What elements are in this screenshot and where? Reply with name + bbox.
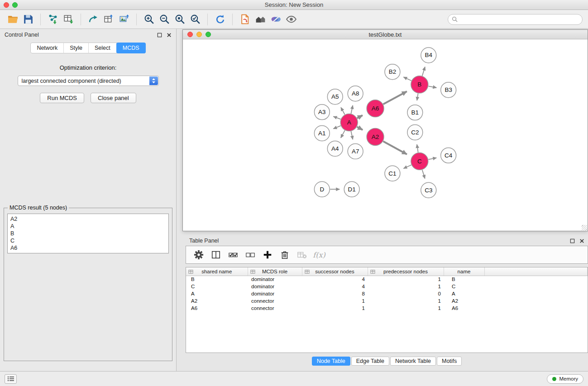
tab-network[interactable]: Network: [31, 43, 64, 53]
import-network-button[interactable]: [46, 12, 60, 27]
close-panel-icon[interactable]: [167, 33, 172, 38]
graph-edge-B-B1[interactable]: [417, 93, 418, 100]
close-panel-icon[interactable]: [579, 238, 584, 243]
graph-edge-C-C1[interactable]: [404, 165, 411, 169]
column-header-predecessor-nodes[interactable]: predecessor nodes: [368, 267, 444, 276]
graph-edge-A-A8[interactable]: [351, 105, 353, 114]
table-row[interactable]: Cdominator41C: [186, 283, 588, 290]
graph-node-C2[interactable]: C2: [407, 125, 423, 140]
window-resize-grip[interactable]: [582, 225, 587, 230]
graph-node-B3[interactable]: B3: [441, 82, 456, 98]
refresh-layout-button[interactable]: [213, 12, 227, 27]
graph-node-C1[interactable]: C1: [385, 166, 400, 181]
graph-node-A[interactable]: A: [340, 114, 358, 131]
graph-node-A7[interactable]: A7: [348, 143, 363, 159]
graph-node-B[interactable]: B: [411, 76, 428, 93]
add-row-button[interactable]: [260, 248, 275, 262]
graph-node-D1[interactable]: D1: [344, 181, 359, 197]
graph-node-B2[interactable]: B2: [385, 64, 400, 80]
graph-edge-B-B4[interactable]: [422, 67, 425, 76]
graph-node-A4[interactable]: A4: [327, 141, 343, 156]
graph-node-C[interactable]: C: [411, 152, 428, 170]
close-panel-button[interactable]: Close panel: [91, 93, 136, 103]
table-settings-button[interactable]: [191, 248, 206, 262]
graph-edge-A-A3[interactable]: [333, 116, 340, 119]
graph-node-C4[interactable]: C4: [441, 148, 456, 163]
delete-row-button[interactable]: [277, 248, 292, 262]
export-network-button[interactable]: [86, 12, 100, 27]
zoom-fit-button[interactable]: [172, 12, 187, 27]
graph-node-B4[interactable]: B4: [421, 48, 436, 63]
graph-node-A5[interactable]: A5: [327, 89, 343, 105]
float-panel-icon[interactable]: [157, 33, 162, 38]
show-panels-button[interactable]: [5, 374, 17, 384]
graph-node-A3[interactable]: A3: [314, 105, 330, 120]
zoom-out-button[interactable]: [157, 12, 172, 27]
graph-node-D[interactable]: D: [314, 181, 330, 197]
table-row[interactable]: Bdominator41B: [186, 276, 588, 283]
search-input[interactable]: [460, 16, 578, 23]
save-session-button[interactable]: [21, 12, 35, 27]
graph-edge-A2-C[interactable]: [383, 141, 407, 154]
graph-edge-A-A6[interactable]: [357, 115, 363, 118]
result-item[interactable]: A6: [10, 244, 166, 252]
table-row[interactable]: Adominator80A: [186, 290, 588, 297]
result-item[interactable]: C: [10, 237, 166, 244]
tab-motifs[interactable]: Motifs: [437, 357, 462, 366]
graphics-details-button[interactable]: [268, 12, 283, 27]
float-panel-icon[interactable]: [570, 238, 575, 243]
graph-node-A8[interactable]: A8: [348, 86, 363, 101]
open-session-file-button[interactable]: [238, 12, 252, 27]
export-table-button[interactable]: [101, 12, 116, 27]
graph-edge-A-A2[interactable]: [357, 127, 363, 130]
tab-style[interactable]: Style: [64, 43, 89, 53]
result-item[interactable]: A2: [10, 215, 166, 223]
deselect-all-button[interactable]: [243, 248, 258, 262]
show-hide-graphics-button[interactable]: [284, 12, 298, 27]
network-minimize-button[interactable]: [196, 32, 202, 37]
graph-edge-A6-B[interactable]: [383, 91, 407, 104]
zoom-window-button[interactable]: [12, 2, 18, 8]
export-image-button[interactable]: [117, 12, 131, 27]
memory-button[interactable]: Memory: [547, 374, 583, 384]
graph-node-A2[interactable]: A2: [367, 129, 384, 146]
tab-select[interactable]: Select: [89, 43, 117, 53]
toggle-columns-button[interactable]: [209, 248, 223, 262]
tab-network-table[interactable]: Network Table: [390, 357, 436, 366]
graph-node-C3[interactable]: C3: [421, 182, 436, 198]
mcds-result-list[interactable]: A2 A B C A6: [7, 214, 169, 253]
graph-edge-B-B3[interactable]: [428, 86, 436, 87]
cybrowser-home-button[interactable]: [253, 12, 268, 27]
graph-node-A6[interactable]: A6: [367, 100, 384, 117]
graph-node-A1[interactable]: A1: [314, 126, 330, 141]
open-session-button[interactable]: [5, 12, 20, 27]
graph-edge-A-A1[interactable]: [333, 126, 340, 129]
graph-edge-A-A5[interactable]: [341, 107, 344, 114]
tab-edge-table[interactable]: Edge Table: [351, 357, 389, 366]
import-table-button[interactable]: [61, 12, 76, 27]
graph-edge-B-B2[interactable]: [403, 77, 411, 81]
column-header-successor-nodes[interactable]: successor nodes: [302, 267, 368, 276]
run-mcds-button[interactable]: Run MCDS: [40, 93, 84, 103]
column-header-mcds-role[interactable]: MCDS role: [248, 267, 302, 276]
graph-edge-C-C2[interactable]: [417, 144, 418, 152]
tab-node-table[interactable]: Node Table: [312, 357, 350, 366]
table-row[interactable]: A2connector11A2: [186, 297, 588, 305]
select-all-button[interactable]: [226, 248, 240, 262]
network-window-titlebar[interactable]: testGlobe.txt: [183, 30, 588, 39]
zoom-in-button[interactable]: [142, 12, 156, 27]
graph-edge-C-C3[interactable]: [422, 170, 425, 178]
graph-node-B1[interactable]: B1: [407, 105, 423, 120]
network-close-button[interactable]: [187, 32, 193, 37]
criterion-dropdown[interactable]: largest connected component (directed): [18, 76, 159, 86]
table-row[interactable]: A6connector11A6: [186, 305, 588, 312]
column-header-name[interactable]: name: [444, 267, 484, 276]
network-zoom-button[interactable]: [206, 32, 211, 37]
network-canvas[interactable]: B4B2BB3A8A5A6A3B1AC2A1A2A4A7C4CC1DD1C3: [183, 39, 588, 231]
graph-edge-A-A4[interactable]: [341, 130, 345, 138]
zoom-selected-button[interactable]: [188, 12, 202, 27]
result-item[interactable]: A: [10, 223, 166, 230]
close-window-button[interactable]: [4, 2, 9, 8]
graph-edge-A-A7[interactable]: [351, 131, 353, 139]
result-item[interactable]: B: [10, 230, 166, 237]
